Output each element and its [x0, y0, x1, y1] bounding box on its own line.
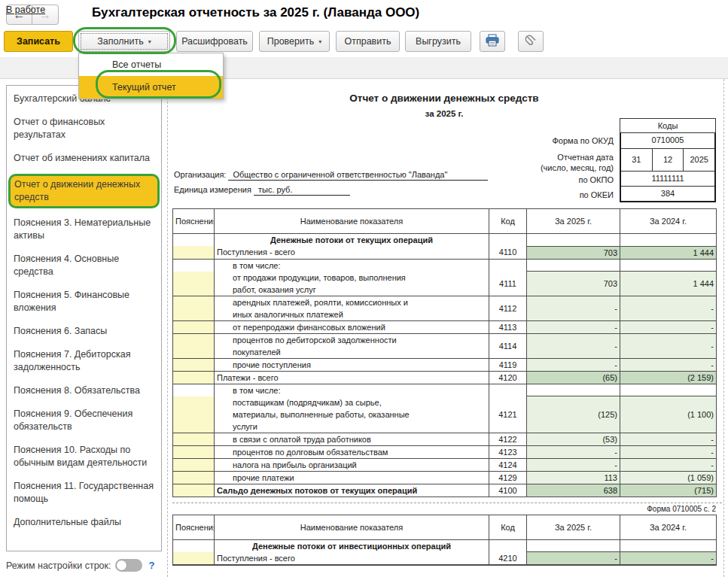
explanation-cell[interactable]: [173, 539, 215, 552]
value-2024-cell[interactable]: [620, 259, 717, 272]
value-2024-cell[interactable]: [620, 234, 717, 247]
value-2024-cell[interactable]: (1 059): [620, 471, 717, 484]
value-2025-cell[interactable]: (53): [527, 433, 620, 445]
unit-value[interactable]: тыс. руб.: [254, 185, 350, 196]
col-header: Наименование показателя: [215, 515, 489, 539]
value-2024-cell[interactable]: -: [620, 552, 717, 565]
table-row: [173, 565, 717, 566]
explanation-cell[interactable]: [173, 445, 215, 458]
sidebar-item[interactable]: Пояснения 5. Финансовые вложения: [11, 287, 157, 316]
value-2024-cell[interactable]: (2 159): [620, 371, 717, 384]
explanation-cell[interactable]: [173, 246, 215, 259]
value-2024-cell[interactable]: [620, 539, 717, 552]
explanation-cell[interactable]: [173, 272, 215, 296]
explanation-cell[interactable]: [173, 484, 215, 497]
indicator-name-cell: прочие платежи: [215, 471, 489, 484]
toolbar: Записать Заполнить▾ Расшифровать Провери…: [0, 30, 728, 53]
fill-button[interactable]: Заполнить▾: [78, 31, 170, 52]
value-2025-cell[interactable]: -: [527, 458, 620, 471]
rows-setup-toggle[interactable]: [115, 559, 142, 572]
value-2024-cell[interactable]: [620, 384, 717, 396]
value-2025-cell[interactable]: -: [527, 445, 620, 458]
sidebar-item[interactable]: Пояснения 9. Обеспечения обязательств: [11, 406, 157, 435]
decipher-button[interactable]: Расшифровать: [176, 31, 253, 52]
explanation-cell[interactable]: [173, 358, 215, 371]
explanation-cell[interactable]: [173, 471, 215, 484]
send-button[interactable]: Отправить: [336, 31, 400, 52]
codes-header: Коды: [620, 118, 716, 133]
sidebar-item[interactable]: Пояснения 4. Основные средства: [11, 251, 157, 280]
value-2025-cell[interactable]: -: [527, 358, 620, 371]
indicator-name-cell: прочие поступления: [215, 358, 489, 371]
explanation-cell[interactable]: [173, 433, 215, 445]
explanation-cell[interactable]: [173, 320, 215, 333]
explanation-cell[interactable]: [173, 234, 215, 247]
attach-button[interactable]: [518, 31, 544, 52]
explanation-cell[interactable]: [173, 259, 215, 272]
report-date-label: Отчетная дата: [557, 153, 614, 162]
printer-icon: [485, 34, 500, 50]
check-button[interactable]: Проверить▾: [259, 31, 330, 52]
value-2025-cell[interactable]: [527, 259, 620, 272]
explanation-cell[interactable]: [173, 333, 215, 358]
value-2025-cell[interactable]: [527, 565, 620, 566]
explanation-cell[interactable]: [173, 296, 215, 320]
sidebar-item[interactable]: Пояснения 8. Обязательства: [11, 383, 157, 399]
sidebar-item[interactable]: Пояснения 3. Нематериальные активы: [11, 215, 157, 244]
value-2025-cell[interactable]: [527, 384, 620, 396]
value-2025-cell[interactable]: 703: [527, 272, 620, 296]
value-2025-cell[interactable]: 113: [527, 471, 620, 484]
explanation-cell[interactable]: [173, 552, 215, 565]
explanation-cell[interactable]: [173, 458, 215, 471]
value-2025-cell[interactable]: -: [527, 552, 620, 565]
sidebar-item[interactable]: Отчет об изменениях капитала: [11, 150, 157, 166]
help-link[interactable]: ?: [148, 560, 154, 571]
explanation-cell[interactable]: [173, 396, 215, 433]
value-2024-cell[interactable]: [620, 565, 717, 566]
save-button[interactable]: Записать: [4, 31, 73, 52]
value-2024-cell[interactable]: -: [620, 433, 717, 445]
code-cell: [489, 384, 527, 396]
in-progress-link[interactable]: В работе: [6, 5, 45, 15]
menu-item[interactable]: Все отчеты: [79, 53, 223, 76]
value-2025-cell[interactable]: (125): [527, 396, 620, 433]
sidebar-item[interactable]: Отчет о движении денежных средств: [8, 174, 160, 208]
explanation-cell[interactable]: [173, 384, 215, 396]
value-2025-cell[interactable]: 638: [527, 484, 620, 497]
print-button[interactable]: [480, 31, 505, 52]
value-2025-cell[interactable]: [527, 234, 620, 247]
explanation-cell[interactable]: [173, 565, 215, 566]
sidebar-item[interactable]: Пояснения 10. Расходы по обычным видам д…: [11, 442, 157, 471]
value-2024-cell[interactable]: 1 444: [620, 246, 717, 259]
organization-value[interactable]: Общество с ограниченной ответственностью…: [228, 170, 488, 181]
table-row: процентов по долговым обязательствам4123…: [173, 445, 717, 458]
indicator-name-cell: от продажи продукции, товаров, выполнени…: [215, 272, 489, 296]
value-2025-cell[interactable]: -: [527, 333, 620, 358]
indicator-name-cell: Поступления - всего: [215, 552, 489, 565]
value-2024-cell[interactable]: -: [620, 320, 717, 333]
table-row: в том числе:: [173, 259, 717, 272]
sidebar-item[interactable]: Дополнительные файлы: [11, 515, 157, 530]
value-2025-cell[interactable]: (65): [527, 371, 620, 384]
unload-button[interactable]: Выгрузить: [405, 31, 471, 52]
value-2024-cell[interactable]: -: [620, 458, 717, 471]
value-2025-cell[interactable]: -: [527, 320, 620, 333]
sidebar-item[interactable]: Пояснения 7. Дебиторская задолженность: [11, 347, 157, 375]
report-header: Отчет о движении денежных средств за 202…: [172, 79, 723, 208]
explanation-cell[interactable]: [173, 371, 215, 384]
code-cell: [489, 565, 527, 566]
value-2025-cell[interactable]: -: [527, 296, 620, 320]
value-2024-cell[interactable]: (715): [620, 484, 717, 497]
value-2024-cell[interactable]: -: [620, 333, 717, 358]
value-2024-cell[interactable]: 1 444: [620, 272, 717, 296]
sidebar-item[interactable]: Пояснения 11. Государственная помощь: [11, 478, 157, 507]
menu-item[interactable]: Текущий отчет: [79, 76, 223, 99]
sidebar-item[interactable]: Пояснения 6. Запасы: [11, 323, 157, 339]
value-2024-cell[interactable]: -: [620, 296, 717, 320]
value-2024-cell[interactable]: -: [620, 445, 717, 458]
sidebar-item[interactable]: Отчет о финансовых результатах: [11, 114, 157, 143]
value-2024-cell[interactable]: (1 100): [620, 396, 717, 433]
value-2024-cell[interactable]: -: [620, 358, 717, 371]
value-2025-cell[interactable]: [527, 539, 620, 552]
value-2025-cell[interactable]: 703: [527, 246, 620, 259]
